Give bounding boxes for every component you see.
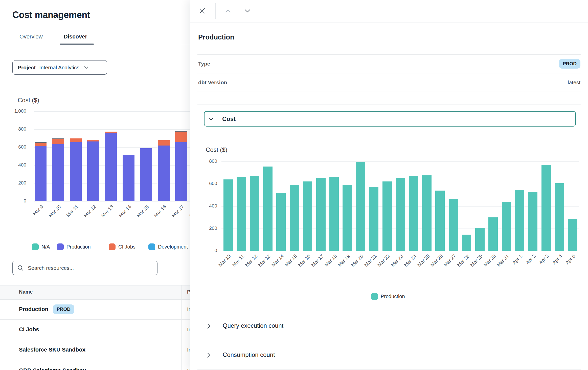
divider <box>197 54 581 55</box>
bar-ci-jobs-mar-10[interactable] <box>52 139 64 144</box>
dbt-version-label: dbt Version <box>198 79 227 86</box>
legend-swatch <box>148 243 155 250</box>
legend-swatch <box>32 243 39 250</box>
bar-production-mar-15[interactable] <box>140 148 152 201</box>
next-button[interactable] <box>242 5 253 16</box>
legend-item-production[interactable]: Production <box>57 243 91 250</box>
bar-ci-jobs-mar-17[interactable] <box>175 132 187 142</box>
project-filter-dropdown[interactable]: Project Internal Analytics <box>12 60 107 75</box>
gridline <box>34 129 217 130</box>
bar-production-mar-11[interactable] <box>70 142 82 201</box>
divider <box>197 312 581 312</box>
bar-production-mar-17[interactable] <box>316 178 326 251</box>
legend-item-production[interactable]: Production <box>371 293 405 300</box>
prod-badge: PROD <box>559 59 580 69</box>
page-title: Cost management <box>12 10 90 20</box>
previous-button[interactable] <box>222 5 234 16</box>
bar-production-mar-30[interactable] <box>488 217 498 251</box>
bar-ci-jobs-mar-16[interactable] <box>158 140 170 146</box>
bar-production-apr-2[interactable] <box>528 192 537 251</box>
bar-production-mar-19[interactable] <box>343 185 352 251</box>
bar-ci-jobs-mar-13[interactable] <box>105 132 117 133</box>
cost-section-label: Cost <box>222 115 236 122</box>
bar-production-mar-23[interactable] <box>396 178 405 251</box>
bar-production-mar-18[interactable] <box>329 177 339 251</box>
bar-production-mar-31[interactable] <box>502 202 511 251</box>
bar-production-mar-13[interactable] <box>105 133 117 201</box>
prod-badge: PROD <box>53 304 74 314</box>
y-axis-tick: 400 <box>0 162 26 168</box>
left-chart-title: Cost ($) <box>18 97 39 104</box>
bar-production-mar-26[interactable] <box>435 191 445 251</box>
legend-swatch <box>109 243 116 250</box>
y-axis-tick: 0 <box>0 198 26 204</box>
tab-discover[interactable]: Discover <box>64 33 87 40</box>
bar-other-mar-17[interactable] <box>175 131 187 132</box>
tab-overview[interactable]: Overview <box>19 33 43 40</box>
bar-other-mar-10[interactable] <box>52 138 64 139</box>
bar-ci-jobs-mar-12[interactable] <box>87 140 99 141</box>
divider <box>197 105 581 105</box>
drawer-chart-title: Cost ($) <box>206 146 227 153</box>
bar-production-apr-5[interactable] <box>568 219 577 251</box>
bar-production-mar-10[interactable] <box>223 179 233 251</box>
query-execution-label: Query execution count <box>223 322 283 329</box>
bar-production-mar-12[interactable] <box>250 176 259 251</box>
row-name: GBB Salesforce Sandbox <box>19 367 86 370</box>
chevron-down-icon <box>84 66 88 69</box>
bar-production-mar-20[interactable] <box>356 162 365 251</box>
bar-production-apr-3[interactable] <box>541 165 551 251</box>
bar-production-mar-13[interactable] <box>263 167 273 251</box>
bar-production-mar-16[interactable] <box>303 181 312 251</box>
search-input[interactable] <box>27 265 153 271</box>
bar-production-mar-12[interactable] <box>87 141 99 201</box>
legend-item-ci-jobs[interactable]: CI Jobs <box>109 243 135 250</box>
bar-production-mar-21[interactable] <box>369 187 378 251</box>
consumption-label: Consumption count <box>223 351 275 358</box>
bar-other-mar-12[interactable] <box>87 140 99 140</box>
bar-production-mar-29[interactable] <box>475 228 485 251</box>
bar-production-mar-25[interactable] <box>422 175 432 251</box>
bar-ci-jobs-mar-11[interactable] <box>70 138 82 142</box>
filter-value: Internal Analytics <box>39 65 79 71</box>
bar-production-mar-10[interactable] <box>52 144 64 201</box>
bar-production-mar-14[interactable] <box>276 193 286 251</box>
bar-production-mar-9[interactable] <box>35 146 47 201</box>
bar-production-mar-27[interactable] <box>449 199 458 251</box>
toolbar-divider <box>215 3 216 19</box>
close-button[interactable] <box>197 5 208 16</box>
filter-label: Project <box>18 65 36 71</box>
search-resources <box>12 261 157 275</box>
drawer-header-divider <box>190 23 588 23</box>
bar-production-mar-14[interactable] <box>123 155 134 201</box>
search-icon <box>17 265 24 271</box>
bar-other-mar-9[interactable] <box>35 142 47 143</box>
row-name: Production <box>19 306 48 313</box>
gridline <box>34 201 217 201</box>
chevron-down-icon <box>244 9 251 13</box>
y-axis-tick: 800 <box>182 158 217 164</box>
y-axis-tick: 800 <box>0 126 26 132</box>
gridline <box>34 111 217 112</box>
bar-production-mar-16[interactable] <box>158 146 170 201</box>
bar-production-mar-24[interactable] <box>409 176 418 251</box>
bar-production-apr-1[interactable] <box>515 190 524 251</box>
type-label: Type <box>198 61 210 67</box>
y-axis-tick: 1,000 <box>0 108 26 114</box>
bar-production-mar-22[interactable] <box>382 181 392 251</box>
bar-production-mar-11[interactable] <box>237 177 246 251</box>
chevron-down-icon <box>209 117 214 121</box>
divider <box>197 92 581 92</box>
bar-production-mar-28[interactable] <box>462 235 471 251</box>
bar-production-mar-15[interactable] <box>290 185 299 251</box>
legend-item-na[interactable]: N/A <box>32 243 50 250</box>
y-axis-tick: 200 <box>182 225 217 231</box>
cost-section-header[interactable]: Cost <box>204 111 576 127</box>
bar-production-apr-4[interactable] <box>555 183 564 251</box>
divider <box>197 369 581 369</box>
legend-swatch <box>57 243 64 250</box>
bar-ci-jobs-mar-9[interactable] <box>35 143 47 146</box>
column-header-name[interactable]: Name <box>19 289 33 295</box>
gridline <box>221 161 579 162</box>
bar-production-mar-17[interactable] <box>175 142 187 201</box>
